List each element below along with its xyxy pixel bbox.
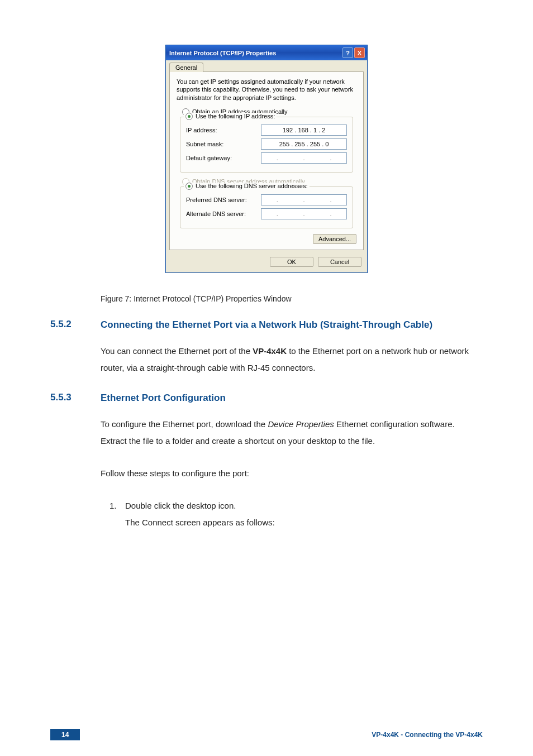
cancel-button[interactable]: Cancel <box>318 257 361 267</box>
label-default-gateway: Default gateway: <box>186 155 261 161</box>
ip-address-input[interactable]: 192 . 168 . 1 . 2 <box>261 125 347 136</box>
radio-use-dns[interactable]: Use the following DNS server addresses: <box>185 183 308 190</box>
radio-use-ip-label: Use the following IP address: <box>196 113 275 119</box>
tab-body: You can get IP settings assigned automat… <box>169 71 364 250</box>
label-preferred-dns: Preferred DNS server: <box>186 197 261 203</box>
ip-address-value: 192 . 168 . 1 . 2 <box>283 127 325 133</box>
step-1-text: Double click the desktop icon. <box>125 501 236 510</box>
help-icon[interactable]: ? <box>342 47 353 58</box>
software-name: Device Properties <box>268 419 334 429</box>
section-5-5-2-number: 5.5.2 <box>50 319 101 330</box>
product-name: VP-4x4K <box>253 346 287 356</box>
section-5-5-2-body: You can connect the Ethernet port of the… <box>101 343 483 376</box>
text-fragment: To configure the Ethernet port, download… <box>101 419 268 429</box>
ok-button[interactable]: OK <box>270 257 313 267</box>
section-5-5-3-number: 5.5.3 <box>50 392 101 403</box>
footer-product-section: VP-4x4K - Connecting the VP-4x4K <box>372 731 483 739</box>
step-1-continuation: The Connect screen appears as follows: <box>125 514 483 531</box>
figure-caption: Figure 7: Internet Protocol (TCP/IP) Pro… <box>101 294 483 303</box>
section-5-5-2-title: Connecting the Ethernet Port via a Netwo… <box>101 319 483 332</box>
section-5-5-2-heading: 5.5.2 Connecting the Ethernet Port via a… <box>50 319 483 332</box>
radio-use-dns-label: Use the following DNS server addresses: <box>196 183 308 189</box>
advanced-button[interactable]: Advanced... <box>313 234 356 244</box>
label-alternate-dns: Alternate DNS server: <box>186 210 261 217</box>
dns-groupbox: Use the following DNS server addresses: … <box>180 186 353 228</box>
alternate-dns-input[interactable]: ... <box>261 208 347 219</box>
dialog-titlebar: Internet Protocol (TCP/IP) Properties ? … <box>166 45 367 60</box>
section-5-5-3-heading: 5.5.3 Ethernet Port Configuration <box>50 392 483 405</box>
section-5-5-3-title: Ethernet Port Configuration <box>101 392 483 405</box>
info-text: You can get IP settings assigned automat… <box>177 78 356 102</box>
radio-selected-icon <box>185 113 193 120</box>
step-1: 1.Double click the desktop icon. The Con… <box>101 497 483 531</box>
preferred-dns-input[interactable]: ... <box>261 194 347 205</box>
label-subnet-mask: Subnet mask: <box>186 141 261 147</box>
radio-selected-icon <box>185 183 193 190</box>
follow-steps-text: Follow these steps to configure the port… <box>101 465 483 482</box>
default-gateway-input[interactable]: ... <box>261 152 347 164</box>
radio-use-ip[interactable]: Use the following IP address: <box>185 113 275 120</box>
tab-general[interactable]: General <box>169 63 203 72</box>
text-fragment: You can connect the Ethernet port of the <box>101 346 253 356</box>
subnet-mask-value: 255 . 255 . 255 . 0 <box>279 141 329 147</box>
tcpip-properties-dialog: Internet Protocol (TCP/IP) Properties ? … <box>165 45 368 273</box>
label-ip-address: IP address: <box>186 127 261 133</box>
subnet-mask-input[interactable]: 255 . 255 . 255 . 0 <box>261 138 347 150</box>
ip-groupbox: Use the following IP address: IP address… <box>180 117 353 173</box>
page-number: 14 <box>50 729 80 740</box>
step-1-number: 1. <box>110 497 125 514</box>
page-footer: 14 VP-4x4K - Connecting the VP-4x4K <box>0 729 533 740</box>
section-5-5-3-body: To configure the Ethernet port, download… <box>101 416 483 449</box>
dialog-title: Internet Protocol (TCP/IP) Properties <box>169 50 342 56</box>
close-icon[interactable]: X <box>354 47 365 58</box>
